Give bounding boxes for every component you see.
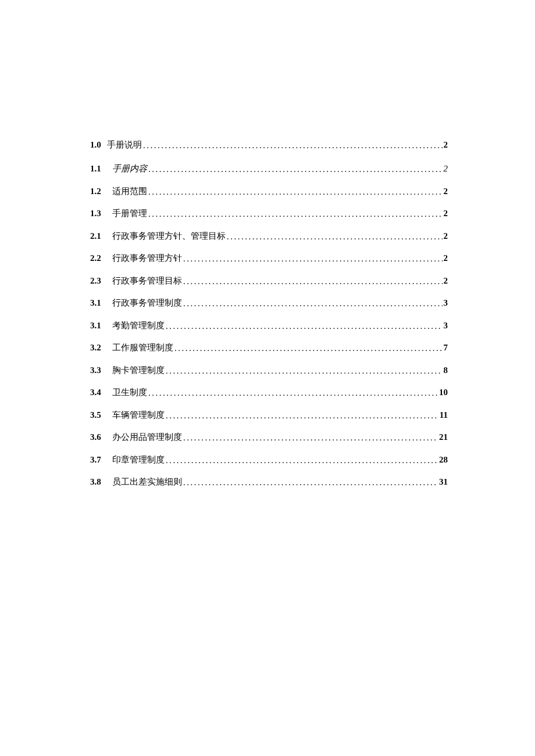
toc-entry-page: 2: [444, 253, 448, 263]
toc-entry-page: 31: [439, 477, 448, 487]
toc-entry: 3.6办公用品管理制度.............................…: [90, 432, 448, 443]
toc-dot-leader: ........................................…: [174, 343, 443, 353]
toc-dot-leader: ........................................…: [148, 164, 443, 174]
toc-entry-number: 3.4: [90, 388, 105, 397]
toc-entry-page: 10: [439, 388, 448, 397]
toc-entry: 1.2适用范围.................................…: [90, 186, 448, 197]
toc-entry-title: 工作服管理制度: [112, 342, 173, 353]
toc-entry: 3.1考勤管理制度...............................…: [90, 320, 448, 331]
toc-entry-title: 手册说明: [107, 139, 142, 151]
toc-entry-title: 办公用品管理制度: [112, 432, 182, 443]
toc-entry-page: 7: [444, 343, 448, 353]
toc-entry-page: 2: [444, 231, 448, 241]
toc-dot-leader: ........................................…: [183, 254, 443, 264]
toc-entry-number: 3.3: [90, 366, 105, 375]
toc-dot-leader: ........................................…: [148, 187, 443, 197]
toc-entry-number: 3.7: [90, 455, 105, 465]
toc-entry-number: 3.6: [90, 432, 105, 442]
toc-entry-page: 2: [444, 187, 448, 196]
toc-entry-title: 胸卡管理制度: [112, 365, 165, 376]
toc-dot-leader: ........................................…: [166, 411, 438, 421]
toc-entry-title: 行政事务管理目标: [112, 275, 182, 286]
toc-entry: 1.3手册管理.................................…: [90, 208, 448, 219]
toc-dot-leader: ........................................…: [183, 433, 438, 443]
toc-entry: 2.1行政事务管理方针、管理目标........................…: [90, 231, 448, 242]
toc-entry-page: 28: [439, 455, 448, 465]
toc-dot-leader: ........................................…: [183, 277, 443, 286]
toc-dot-leader: ........................................…: [148, 209, 443, 219]
toc-entry: 3.4卫生制度.................................…: [90, 387, 448, 398]
toc-entry-title: 适用范围: [112, 186, 147, 197]
toc-entry: 3.8员工出差实施细则.............................…: [90, 476, 448, 488]
toc-entry: 1.0手册说明.................................…: [90, 139, 448, 151]
toc-entry-page: 11: [440, 410, 448, 420]
toc-entry-number: 1.1: [90, 164, 105, 174]
toc-entry-title: 手册内容: [112, 163, 147, 174]
toc-dot-leader: ........................................…: [148, 388, 438, 398]
toc-entry-page: 2: [444, 276, 448, 286]
toc-entry-number: 1.0: [90, 140, 105, 150]
toc-entry: 3.7印章管理制度...............................…: [90, 454, 448, 465]
toc-entry-title: 手册管理: [112, 208, 147, 219]
toc-entry-number: 2.2: [90, 253, 105, 263]
toc-dot-leader: ........................................…: [143, 141, 443, 151]
toc-entry-title: 行政事务管理方针、管理目标: [112, 231, 226, 242]
toc-entry: 1.1手册内容.................................…: [90, 163, 448, 174]
toc-entry-title: 考勤管理制度: [112, 320, 165, 331]
toc-entry-title: 印章管理制度: [112, 454, 165, 465]
toc-entry-page: 3: [444, 298, 448, 308]
toc-entry-page: 2: [444, 209, 448, 218]
toc-entry-title: 员工出差实施细则: [112, 476, 182, 488]
document-page: 1.0手册说明.................................…: [0, 0, 535, 488]
toc-entry-page: 3: [444, 321, 448, 331]
toc-entry-number: 3.5: [90, 410, 105, 420]
toc-dot-leader: ........................................…: [183, 478, 438, 488]
toc-entry-title: 卫生制度: [112, 387, 147, 398]
toc-entry: 2.2行政事务管理方针.............................…: [90, 253, 448, 264]
toc-entry-number: 1.3: [90, 209, 105, 218]
toc-entry-number: 3.2: [90, 343, 105, 353]
toc-entry: 2.3行政事务管理目标.............................…: [90, 275, 448, 286]
table-of-contents: 1.0手册说明.................................…: [90, 139, 448, 488]
toc-entry-page: 2: [444, 140, 448, 150]
toc-entry-number: 2.1: [90, 231, 105, 241]
toc-entry: 3.1行政事务管理制度.............................…: [90, 298, 448, 309]
toc-dot-leader: ........................................…: [166, 456, 438, 465]
toc-entry-title: 行政事务管理制度: [112, 298, 182, 309]
toc-entry-number: 3.8: [90, 477, 105, 487]
toc-entry-title: 行政事务管理方针: [112, 253, 182, 264]
toc-entry: 3.5车辆管理制度...............................…: [90, 410, 448, 421]
toc-entry: 3.2工作服管理制度..............................…: [90, 342, 448, 353]
toc-entry-number: 3.1: [90, 321, 105, 331]
toc-entry-title: 车辆管理制度: [112, 410, 165, 421]
toc-entry-page: 21: [439, 432, 448, 442]
toc-dot-leader: ........................................…: [166, 321, 443, 331]
toc-entry-number: 3.1: [90, 298, 105, 308]
toc-entry: 3.3胸卡管理制度...............................…: [90, 365, 448, 376]
toc-entry-page: 8: [444, 366, 448, 375]
toc-entry-page: 2: [444, 164, 448, 174]
toc-entry-number: 2.3: [90, 276, 105, 286]
toc-dot-leader: ........................................…: [227, 232, 443, 242]
toc-dot-leader: ........................................…: [166, 366, 443, 376]
toc-entry-number: 1.2: [90, 187, 105, 196]
toc-dot-leader: ........................................…: [183, 299, 443, 309]
